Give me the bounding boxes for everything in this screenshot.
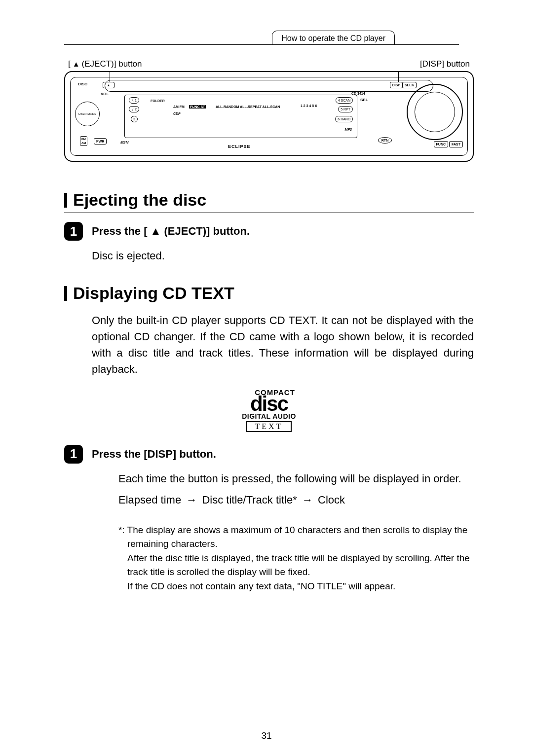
eject-button-label: [ ▲ (EJECT)] button — [68, 59, 142, 69]
seq-a: Elapsed time — [118, 494, 181, 506]
faceplate-diagram-section: [ ▲ (EJECT)] button [DISP] button DISC ▲… — [64, 59, 474, 162]
func-st-indicator: FUNC ST — [189, 105, 206, 108]
diagram-labels: [ ▲ (EJECT)] button [DISP] button — [64, 59, 474, 69]
usermode-text: USER MODE — [78, 112, 96, 115]
model-label: CD 3414 — [351, 92, 365, 95]
knob-inner — [415, 92, 455, 132]
step-number-badge: 1 — [64, 445, 83, 464]
mp3-indicator: MP3 — [345, 128, 352, 131]
footnote: *: The display are shows a maximum of 10… — [118, 523, 474, 594]
cdp-indicator: CDP — [173, 112, 181, 115]
footnote-line-1: *: The display are shows a maximum of 10… — [127, 523, 474, 551]
preset-4-scan: 4 SCAN — [336, 97, 353, 104]
ejecting-step-1: 1 Press the [ ▲ (EJECT)] button. — [64, 222, 474, 241]
fast-button: FAST — [449, 141, 463, 147]
tune-knob — [407, 84, 463, 140]
fm-am-button: FMAM — [80, 136, 87, 146]
footnote-line-2: After the disc title is displayed, the t… — [127, 551, 474, 579]
ejecting-body: Disc is ejected. — [92, 248, 474, 264]
page-number: 31 — [0, 730, 533, 741]
cdtext-step-1: 1 Press the [DISP] button. — [64, 445, 474, 464]
eject-label-prefix: [ — [68, 59, 71, 69]
cd-text-logo: COMPACT disc DIGITAL AUDIO TEXT — [64, 388, 474, 432]
modes-indicator: ALL-RANDOM ALL-REPEAT ALL-SCAN — [216, 105, 280, 108]
amfm-indicator: AM FM — [173, 105, 185, 108]
eject-faceplate-button: ▲ — [103, 82, 114, 88]
eject-icon: ▲ — [151, 225, 161, 237]
page: How to operate the CD player [ ▲ (EJECT)… — [0, 0, 533, 756]
header-rule — [64, 44, 459, 45]
eject-icon: ▲ — [73, 60, 80, 68]
eject-label-text: (EJECT)] button — [82, 59, 142, 69]
disp-faceplate-button: DISP — [390, 82, 403, 88]
logo-disc: disc — [250, 392, 288, 415]
seq-c: Clock — [318, 494, 345, 506]
disc-label: DISC — [78, 82, 87, 86]
preset-2-down: ∨ 2 — [129, 106, 139, 112]
step-title-prefix: Press the [ — [92, 225, 151, 237]
footnote-line-3: If the CD does not contain any text data… — [127, 579, 474, 594]
display-screen: ∧ 1 FOLDER ∨ 2 3 AM FM FUNC ST ALL-RANDO… — [124, 95, 357, 138]
esn-label: ESN — [120, 140, 128, 144]
brand-label: ECLIPSE — [228, 144, 251, 149]
preset-1-up: ∧ 1 — [129, 97, 139, 104]
sel-label: SEL — [360, 98, 368, 102]
disp-button-label: [DISP] button — [420, 59, 470, 69]
logo-digital-audio: DIGITAL AUDIO — [242, 412, 296, 420]
preset-indicators: 1 2 3 4 5 6 — [301, 104, 317, 108]
arrow-icon: → — [302, 494, 313, 506]
logo-text: TEXT — [246, 421, 292, 432]
vol-label: VOL — [101, 92, 109, 96]
cdtext-heading: Displaying CD TEXT — [64, 284, 474, 306]
display-sequence: Elapsed time → Disc title/Track title* →… — [118, 494, 474, 506]
step-title-suffix: (EJECT)] button. — [161, 225, 250, 237]
ejecting-step-title: Press the [ ▲ (EJECT)] button. — [92, 222, 250, 241]
breadcrumb: How to operate the CD player — [272, 31, 395, 45]
ejecting-heading: Ejecting the disc — [64, 190, 474, 213]
cdtext-step-title: Press the [DISP] button. — [92, 445, 216, 464]
folder-label: FOLDER — [151, 99, 165, 103]
cdtext-body: Each time the button is pressed, the fol… — [118, 470, 474, 487]
preset-3: 3 — [131, 116, 138, 122]
cdtext-intro: Only the built-in CD player supports CD … — [92, 312, 474, 377]
func-button: FUNC — [434, 141, 448, 147]
arrow-icon: → — [186, 494, 197, 506]
cdtext-section: Displaying CD TEXT Only the built-in CD … — [64, 284, 474, 593]
rtn-button: RTN — [378, 137, 392, 144]
usermode-knob: USER MODE — [75, 102, 100, 126]
seek-faceplate-button: SEEK — [402, 82, 417, 88]
step-number-badge: 1 — [64, 222, 83, 241]
pwr-button: PWR — [94, 138, 107, 144]
disc-slot — [105, 80, 433, 92]
ejecting-section: Ejecting the disc 1 Press the [ ▲ (EJECT… — [64, 190, 474, 264]
preset-5-rpt: 5 RPT — [338, 106, 353, 112]
seq-b: Disc title/Track title* — [202, 494, 297, 506]
preset-6-rand: 6 RAND — [335, 116, 353, 122]
cd-text-logo-box: COMPACT disc DIGITAL AUDIO TEXT — [242, 388, 296, 432]
faceplate-diagram: DISC ▲ VOL USER MODE ∧ 1 FOLDER ∨ 2 3 AM… — [64, 71, 474, 162]
